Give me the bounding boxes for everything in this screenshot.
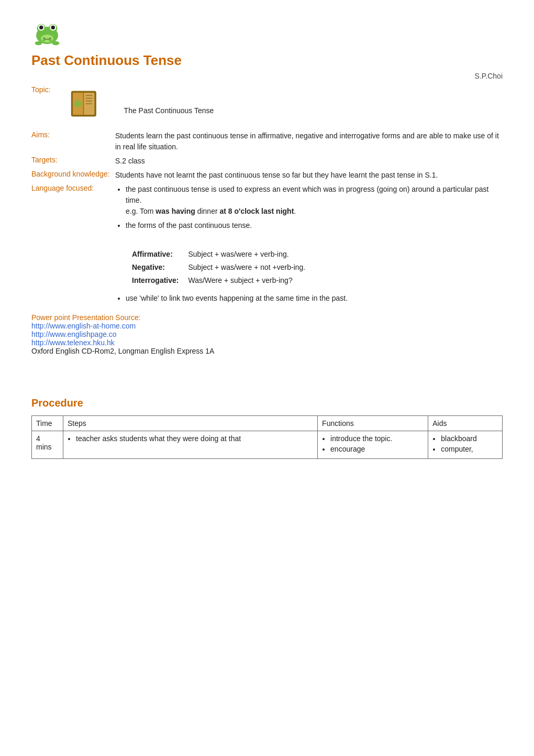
topic-section: Topic: The Past Continuous Tense — [31, 85, 503, 122]
aid-item-2: computer, — [441, 445, 498, 453]
language-item-1: the past continuous tense is used to exp… — [126, 184, 503, 217]
affirmative-text: Subject + was/were + verb-ing. — [188, 248, 305, 260]
row-aids: blackboard computer, — [428, 431, 503, 459]
sources-plain: Oxford English CD-Rom2, Longman English … — [31, 347, 503, 355]
col-header-aids: Aids — [428, 416, 503, 431]
source-link-3[interactable]: http://www.telenex.hku.hk — [31, 338, 503, 347]
targets-row: Targets: S.2 class — [31, 156, 503, 167]
page-title: Past Continuous Tense — [31, 52, 503, 69]
svg-point-5 — [39, 26, 43, 30]
table-row: 4mins teacher asks students what they we… — [32, 431, 503, 459]
language-row: Language focused: the past continuous te… — [31, 184, 503, 307]
affirmative-label: Affirmative: — [132, 248, 187, 260]
procedure-title: Procedure — [31, 397, 503, 409]
col-header-functions: Functions — [318, 416, 428, 431]
row-steps: teacher asks students what they were doi… — [63, 431, 318, 459]
interrogative-label: Interrogative: — [132, 275, 187, 287]
row-functions: introduce the topic. encourage — [318, 431, 428, 459]
procedure-section: Procedure Time Steps Functions Aids 4min… — [31, 397, 503, 459]
example-text: e.g. Tom was having dinner at 8 o'clock … — [126, 207, 296, 215]
aims-content: Students learn the past continuous tense… — [115, 130, 503, 152]
background-content: Students have not learnt the past contin… — [115, 170, 503, 181]
aid-item-1: blackboard — [441, 434, 498, 443]
source-link-2[interactable]: http://www.englishpage.co — [31, 330, 503, 338]
aims-label: Aims: — [31, 130, 115, 152]
svg-point-10 — [35, 41, 42, 46]
topic-text: The Past Continuous Tense — [124, 85, 214, 115]
negative-text: Subject + was/were + not +verb-ing. — [188, 261, 305, 273]
background-label: Background knowledge: — [31, 170, 115, 181]
targets-label: Targets: — [31, 156, 115, 167]
book-icon — [66, 85, 103, 122]
while-item: use 'while' to link two events happening… — [126, 293, 503, 304]
sources-title: Power point Presentation Source: — [31, 313, 141, 322]
col-header-time: Time — [32, 416, 63, 431]
function-item-2: encourage — [330, 445, 424, 453]
svg-point-11 — [52, 41, 60, 46]
step-item-1: teacher asks students what they were doi… — [76, 434, 313, 443]
svg-point-20 — [74, 100, 81, 107]
procedure-table: Time Steps Functions Aids 4mins teacher … — [31, 415, 503, 459]
topic-label: Topic: — [31, 70, 51, 94]
language-content: the past continuous tense is used to exp… — [115, 184, 503, 307]
source-link-1[interactable]: http://www.english-at-home.com — [31, 322, 503, 330]
language-item-2: the forms of the past continuous tense. … — [126, 220, 503, 288]
svg-point-8 — [42, 39, 46, 41]
negative-label: Negative: — [132, 261, 187, 273]
row-time: 4mins — [32, 431, 63, 459]
targets-content: S.2 class — [115, 156, 503, 167]
interrogative-text: Was/Were + subject + verb-ing? — [188, 275, 305, 287]
function-item-1: introduce the topic. — [330, 434, 424, 443]
grammar-forms-table: Affirmative: Subject + was/were + verb-i… — [131, 247, 306, 288]
language-label: Language focused: — [31, 184, 115, 307]
svg-point-7 — [41, 35, 53, 42]
background-row: Background knowledge: Students have not … — [31, 170, 503, 181]
author-line: S.P.Choi — [31, 72, 503, 80]
frog-logo-icon — [31, 16, 63, 47]
sources-section: Power point Presentation Source: http://… — [31, 313, 503, 355]
svg-point-6 — [51, 26, 55, 30]
logo-area — [31, 16, 503, 47]
col-header-steps: Steps — [63, 416, 318, 431]
svg-point-9 — [49, 39, 52, 41]
aims-row: Aims: Students learn the past continuous… — [31, 130, 503, 152]
